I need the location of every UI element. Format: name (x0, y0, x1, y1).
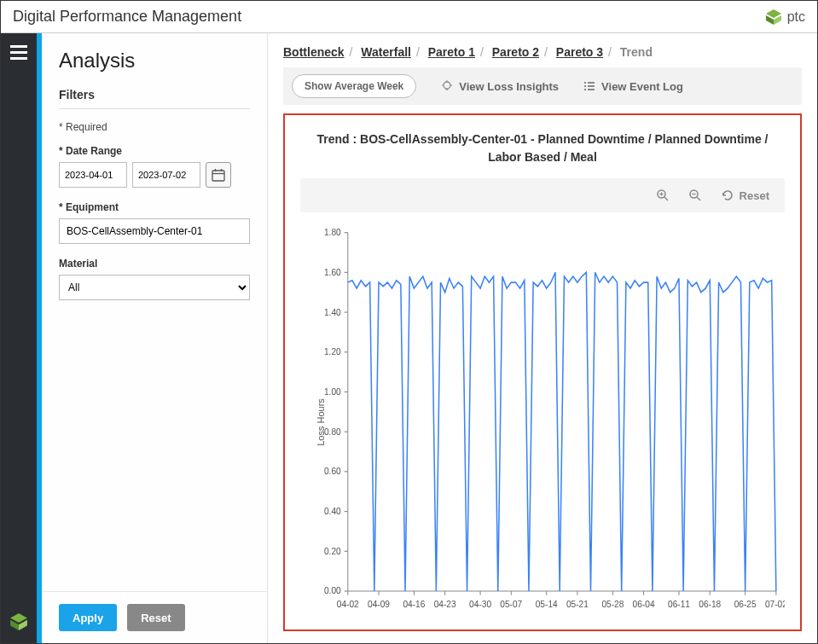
equipment-input[interactable] (59, 218, 250, 244)
svg-text:05-21: 05-21 (566, 598, 589, 609)
crumb-bottleneck[interactable]: Bottleneck (283, 45, 345, 59)
material-label: Material (59, 258, 250, 270)
svg-text:05-14: 05-14 (536, 598, 558, 609)
svg-rect-20 (584, 89, 586, 90)
crumb-pareto-2[interactable]: Pareto 2 (492, 45, 539, 59)
list-icon (583, 79, 596, 93)
svg-text:04-30: 04-30 (469, 598, 491, 609)
line-chart[interactable]: 0.000.200.400.600.801.001.201.401.601.80… (300, 223, 785, 621)
svg-text:07-02: 07-02 (765, 598, 785, 609)
breadcrumb: Bottleneck/ Waterfall/ Pareto 1/ Pareto … (268, 33, 817, 67)
svg-text:06-25: 06-25 (734, 598, 757, 609)
crumb-waterfall[interactable]: Waterfall (361, 45, 411, 59)
chart-title: Trend : BOS-CellAssembly-Center-01 - Pla… (300, 131, 785, 166)
svg-text:0.00: 0.00 (324, 585, 341, 596)
svg-line-22 (664, 197, 668, 200)
svg-rect-17 (588, 89, 595, 90)
crumb-pareto-1[interactable]: Pareto 1 (428, 45, 475, 59)
svg-text:0.20: 0.20 (324, 545, 341, 556)
date-range-label: * Date Range (59, 145, 250, 157)
zoom-in-icon (656, 189, 670, 202)
svg-line-26 (697, 197, 700, 200)
lightbulb-icon (440, 79, 454, 93)
page-title: Analysis (59, 49, 250, 73)
topbar: Digital Performance Management ptc (1, 1, 817, 33)
ptc-logo-icon (765, 9, 782, 26)
svg-text:0.80: 0.80 (324, 426, 341, 437)
svg-text:04-02: 04-02 (337, 598, 359, 609)
date-end-input[interactable] (132, 162, 200, 188)
crumb-pareto-3[interactable]: Pareto 3 (556, 45, 603, 59)
svg-marker-0 (766, 9, 781, 18)
svg-text:05-07: 05-07 (500, 598, 522, 609)
required-note: * Required (59, 121, 250, 133)
reset-button[interactable]: Reset (127, 604, 184, 631)
svg-text:0.60: 0.60 (324, 466, 341, 477)
content-toolbar: Show Average Week View Loss Insights (283, 67, 802, 105)
view-loss-insights-button[interactable]: View Loss Insights (440, 79, 559, 93)
reset-icon (721, 189, 734, 202)
svg-text:06-11: 06-11 (668, 598, 690, 609)
svg-text:06-18: 06-18 (699, 598, 721, 609)
svg-text:1.20: 1.20 (324, 346, 341, 357)
left-rail (1, 33, 37, 643)
svg-text:1.00: 1.00 (324, 386, 341, 397)
svg-text:1.80: 1.80 (324, 227, 341, 238)
svg-rect-16 (588, 85, 595, 87)
svg-text:1.40: 1.40 (324, 306, 341, 317)
svg-text:06-04: 06-04 (633, 598, 655, 609)
show-avg-week-button[interactable]: Show Average Week (292, 74, 416, 98)
svg-text:1.60: 1.60 (324, 266, 341, 277)
crumb-trend: Trend (620, 45, 653, 59)
chart-area: Trend : BOS-CellAssembly-Center-01 - Pla… (283, 113, 802, 631)
svg-text:05-28: 05-28 (601, 598, 624, 609)
ptc-cube-icon[interactable] (9, 612, 28, 631)
zoom-out-icon (688, 189, 702, 202)
ptc-logo: ptc (765, 9, 805, 26)
equipment-label: * Equipment (59, 201, 250, 213)
hamburger-icon[interactable] (10, 45, 27, 60)
zoom-in-button[interactable] (656, 189, 670, 202)
svg-rect-18 (584, 82, 586, 84)
svg-text:0.40: 0.40 (324, 505, 341, 516)
svg-rect-6 (212, 171, 224, 181)
svg-text:04-09: 04-09 (368, 598, 390, 609)
svg-point-10 (444, 82, 450, 89)
filters-header: Filters (59, 88, 250, 109)
zoom-out-button[interactable] (688, 189, 702, 202)
svg-text:04-16: 04-16 (403, 598, 425, 609)
svg-rect-19 (584, 85, 586, 87)
material-select[interactable]: All (59, 275, 250, 300)
apply-button[interactable]: Apply (59, 604, 117, 631)
chart-toolbar: Reset (300, 178, 785, 212)
chart-reset-button[interactable]: Reset (721, 189, 769, 202)
calendar-button[interactable] (206, 162, 231, 188)
calendar-icon (212, 168, 225, 182)
y-axis-label: Loss Hours (316, 398, 326, 446)
date-start-input[interactable] (59, 162, 127, 188)
svg-marker-3 (10, 613, 27, 623)
sidebar: Analysis Filters * Required * Date Range (42, 33, 267, 643)
app-title: Digital Performance Management (13, 8, 241, 26)
view-event-log-button[interactable]: View Event Log (583, 79, 683, 93)
svg-text:04-23: 04-23 (434, 598, 456, 609)
svg-rect-15 (588, 82, 595, 84)
